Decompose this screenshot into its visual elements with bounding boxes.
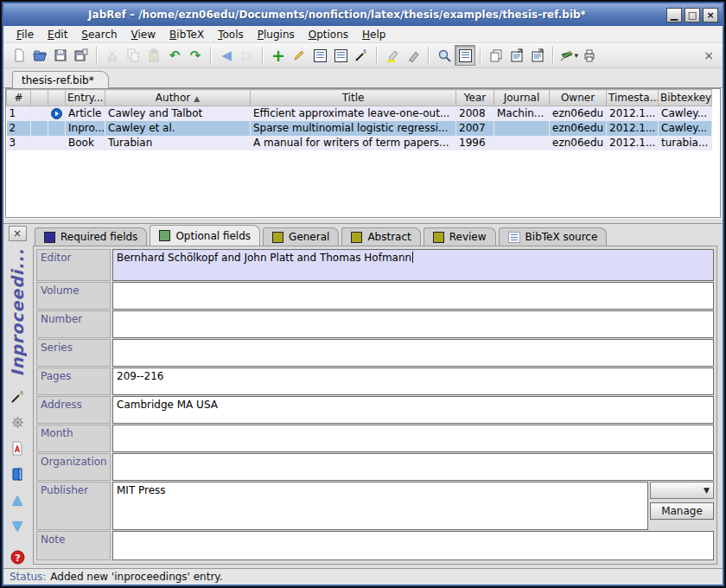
new-database-button[interactable]: [9, 45, 29, 66]
forward-button[interactable]: ▷: [237, 45, 258, 66]
cell-timestamp[interactable]: 2012.1...: [607, 121, 659, 136]
cell-entrytype[interactable]: Inpro...: [66, 121, 105, 136]
col-header-number[interactable]: #: [7, 90, 31, 106]
cell-timestamp[interactable]: 2012.1...: [607, 106, 659, 121]
series-field-input[interactable]: [112, 339, 714, 367]
cell-number[interactable]: 3: [7, 136, 31, 150]
toolbar-close-button[interactable]: ×: [700, 47, 717, 64]
copy-button[interactable]: [123, 45, 143, 66]
cell-bibtexkey[interactable]: turabia...: [659, 136, 712, 150]
cell-owner[interactable]: ezn06edu: [550, 106, 607, 121]
cell-file[interactable]: [48, 106, 66, 121]
toggle-entry-preview-button[interactable]: [455, 45, 475, 66]
menu-edit[interactable]: Edit: [41, 28, 73, 42]
cell-owner[interactable]: ezn06edu: [550, 121, 607, 136]
attached-file-icon[interactable]: [51, 108, 62, 119]
menu-view[interactable]: View: [125, 28, 162, 42]
back-button[interactable]: ◀: [216, 45, 237, 66]
maximize-button[interactable]: □: [685, 8, 700, 22]
database-tab[interactable]: thesis-ref.bib*: [12, 71, 109, 88]
cell-author[interactable]: Turabian: [105, 136, 251, 150]
cell-title[interactable]: A manual for writers of term papers...: [251, 136, 456, 150]
col-header-author[interactable]: Author▲: [105, 90, 251, 106]
cell-owner[interactable]: ezn06edu: [550, 136, 607, 150]
menu-help[interactable]: Help: [356, 28, 392, 42]
cell-file[interactable]: [48, 136, 66, 150]
col-header-bibtexkey[interactable]: Bibtexkey: [659, 90, 712, 106]
cell-marker[interactable]: [31, 136, 48, 150]
paste-button[interactable]: [143, 45, 164, 66]
organization-field-input[interactable]: [112, 453, 714, 481]
pages-field-input[interactable]: 209--216: [112, 368, 714, 395]
cell-bibtexkey[interactable]: Cawley...: [659, 106, 712, 121]
cell-marker[interactable]: [31, 121, 48, 136]
col-header-journal[interactable]: Journal: [494, 90, 550, 106]
cell-author[interactable]: Cawley and Talbot: [105, 106, 251, 121]
col-header-file[interactable]: [48, 90, 66, 106]
cell-author[interactable]: Cawley et al.: [105, 121, 251, 136]
open-database-button[interactable]: [29, 45, 50, 66]
edit-entry-button[interactable]: [289, 45, 309, 66]
minimize-button[interactable]: ▁: [666, 8, 682, 22]
save-database-button[interactable]: [50, 45, 71, 66]
number-field-input[interactable]: [112, 310, 714, 338]
print-preview-button[interactable]: [579, 45, 600, 66]
menu-options[interactable]: Options: [302, 28, 354, 42]
cell-bibtexkey[interactable]: Cawley...: [659, 121, 712, 136]
menu-bibtex[interactable]: BibTeX: [163, 28, 210, 42]
editor-field-input[interactable]: Bernhard Schölkopf and John Platt and Th…: [112, 249, 714, 281]
next-entry-button[interactable]: ▼: [10, 518, 25, 534]
publisher-field-input[interactable]: MIT Press: [112, 482, 648, 530]
help-button[interactable]: ?: [10, 549, 25, 565]
address-field-input[interactable]: Cambridge MA USA: [112, 396, 714, 424]
menu-file[interactable]: File: [10, 28, 40, 42]
push-to-application-button[interactable]: [506, 45, 527, 66]
cell-marker[interactable]: [31, 106, 48, 121]
redo-button[interactable]: ↷: [185, 45, 206, 66]
horizontal-splitter[interactable]: [3, 218, 723, 224]
cell-number[interactable]: 1: [7, 106, 31, 121]
fetch-web-button[interactable]: ▾: [558, 45, 579, 66]
col-header-title[interactable]: Title: [251, 90, 456, 106]
tab-bibtex-source[interactable]: BibTeX source: [499, 227, 608, 246]
col-header-timestamp[interactable]: Timesta...: [607, 90, 659, 106]
highlighter-plain-button[interactable]: [403, 45, 424, 66]
open-url-button[interactable]: [10, 466, 25, 482]
close-entry-editor-button[interactable]: ×: [9, 226, 27, 241]
table-row-selected[interactable]: 2 Inpro... Cawley et al. Sparse multinom…: [7, 121, 712, 136]
save-database-as-button[interactable]: [71, 45, 92, 66]
close-button[interactable]: ×: [703, 8, 718, 22]
autoset-settings-button[interactable]: [10, 414, 25, 430]
push-to-external-button[interactable]: [527, 45, 548, 66]
duplicate-entry-button[interactable]: [486, 45, 506, 66]
cell-journal[interactable]: [494, 121, 550, 136]
toggle-preview-button[interactable]: [309, 45, 330, 66]
menu-tools[interactable]: Tools: [212, 28, 250, 42]
cell-number[interactable]: 2: [7, 121, 31, 136]
table-row[interactable]: 1 Article Cawley and Talbot Efficient ap…: [7, 106, 712, 121]
cell-year[interactable]: 1996: [456, 136, 494, 150]
tab-general[interactable]: General: [263, 227, 339, 246]
menu-search[interactable]: Search: [75, 28, 123, 42]
month-field-input[interactable]: [112, 425, 714, 452]
new-entry-button[interactable]: +: [268, 45, 289, 66]
tab-required-fields[interactable]: Required fields: [35, 227, 147, 246]
col-header-owner[interactable]: Owner: [550, 90, 607, 106]
col-header-year[interactable]: Year: [456, 90, 494, 106]
table-row[interactable]: 3 Book Turabian A manual for writers of …: [7, 136, 712, 150]
cell-title[interactable]: Sparse multinomial logistic regressi...: [251, 121, 456, 136]
fetch-dropdown-icon[interactable]: ▾: [574, 52, 578, 60]
note-field-input[interactable]: [112, 531, 714, 560]
cell-title[interactable]: Efficient approximate leave-one-out...: [251, 106, 456, 121]
manage-button[interactable]: Manage: [650, 502, 714, 520]
cell-entrytype[interactable]: Article: [66, 106, 105, 121]
cut-button[interactable]: [102, 45, 123, 66]
cell-year[interactable]: 2007: [456, 121, 494, 136]
cell-entrytype[interactable]: Book: [66, 136, 105, 150]
volume-field-input[interactable]: [112, 282, 714, 310]
cell-file[interactable]: [48, 121, 66, 136]
titlebar[interactable]: JabRef – /home/ezn06edu/Documents/nonfic…: [3, 3, 723, 26]
cell-timestamp[interactable]: 2012.1...: [607, 136, 659, 150]
col-header-entrytype[interactable]: Entry...: [66, 90, 105, 106]
generate-key-button[interactable]: [10, 388, 25, 404]
